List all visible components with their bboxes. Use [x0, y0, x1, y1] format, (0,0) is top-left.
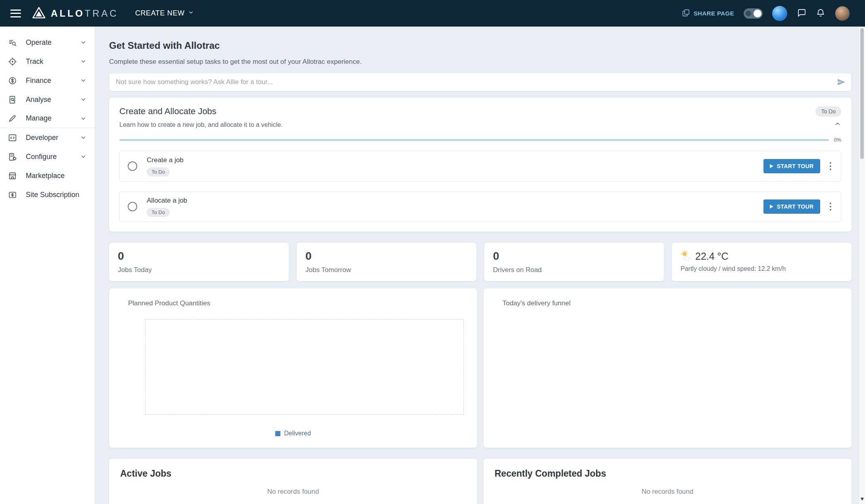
sidebar-item-label: Finance	[26, 77, 51, 85]
sidebar-item-manage[interactable]: Manage	[0, 109, 94, 128]
create-new-button[interactable]: CREATE NEW	[135, 9, 194, 17]
sidebar-item-site-subscription[interactable]: Site Subscription	[0, 185, 94, 204]
stat-value: 0	[305, 250, 468, 263]
stat-label: Jobs Tomorrow	[305, 266, 468, 274]
chat-button[interactable]	[797, 8, 806, 19]
legend-label: Delivered	[284, 430, 311, 437]
setup-card-title: Create and Allocate Jobs	[119, 106, 217, 117]
task-row-allocate-a-job: Allocate a job To Do START TOUR	[119, 191, 841, 222]
task-row-create-a-job: Create a job To Do START TOUR	[119, 151, 841, 182]
setup-card-subtitle: Learn how to create a new job, and alloc…	[119, 121, 283, 128]
sidebar-item-label: Site Subscription	[26, 191, 79, 199]
delivery-funnel-chart: Today's delivery funnel	[483, 288, 852, 448]
task-title: Create a job	[147, 156, 184, 164]
task-checkbox[interactable]	[128, 161, 137, 171]
weather-description: Partly cloudy / wind speed: 12.2 km/h	[681, 265, 843, 272]
menu-icon[interactable]	[10, 10, 21, 17]
start-tour-button[interactable]: START TOUR	[763, 159, 820, 173]
scroll-down-arrow-icon[interactable]	[861, 498, 864, 501]
toggle-off-dot	[746, 11, 751, 16]
stats-row: 0 Jobs Today 0 Jobs Tomorrow 0 Drivers o…	[109, 243, 852, 281]
stat-value: 0	[493, 250, 655, 263]
page-gear-icon	[8, 152, 17, 161]
document-search-icon	[8, 95, 17, 104]
share-page-button[interactable]: SHARE PAGE	[682, 9, 734, 18]
task-checkbox[interactable]	[128, 202, 137, 211]
stat-jobs-today: 0 Jobs Today	[109, 243, 289, 281]
theme-toggle[interactable]	[744, 8, 763, 19]
status-badge: To Do	[815, 106, 841, 117]
ask-allie-bar	[109, 73, 852, 91]
page-subtitle: Complete these essential setup tasks to …	[109, 58, 852, 66]
navbar-actions: SHARE PAGE	[682, 6, 855, 21]
sidebar-item-marketplace[interactable]: Marketplace	[0, 166, 94, 185]
task-title: Allocate a job	[147, 197, 187, 205]
legend-swatch-delivered	[275, 431, 280, 436]
charts-row: Planned Product Quantities Delivered Tod…	[109, 288, 852, 448]
sidebar-item-label: Manage	[26, 114, 52, 123]
sidebar-item-operate[interactable]: Operate	[0, 33, 94, 52]
page-title: Get Started with Allotrac	[109, 40, 852, 51]
sidebar-item-configure[interactable]: Configure	[0, 147, 94, 166]
brand-text: ALLOTRAC	[51, 8, 119, 19]
progress-row: 0%	[119, 137, 841, 143]
table-title: Active Jobs	[120, 468, 466, 479]
toggle-knob	[754, 10, 761, 17]
chevron-down-icon	[80, 77, 86, 84]
chevron-up-icon	[834, 121, 841, 129]
list-search-icon	[8, 38, 17, 47]
chevron-down-icon	[80, 134, 86, 141]
bell-icon	[816, 8, 825, 19]
chevron-down-icon	[80, 39, 86, 46]
allie-assistant-avatar[interactable]	[772, 6, 787, 21]
card-dollar-icon	[8, 190, 17, 199]
setup-card: Create and Allocate Jobs To Do Learn how…	[109, 98, 852, 232]
active-jobs-card: Active Jobs No records found	[109, 459, 477, 504]
play-icon	[770, 205, 773, 209]
chevron-down-icon	[80, 96, 86, 103]
sidebar-item-developer[interactable]: Developer	[0, 128, 94, 147]
send-button[interactable]	[836, 77, 846, 88]
table-title: Recently Completed Jobs	[495, 468, 840, 479]
vertical-scrollbar[interactable]	[859, 27, 865, 504]
storefront-icon	[8, 171, 17, 180]
stat-label: Drivers on Road	[493, 266, 655, 274]
allotrac-triangle-icon	[32, 7, 46, 20]
stat-drivers-on-road: 0 Drivers on Road	[484, 243, 664, 281]
stat-label: Jobs Today	[118, 266, 280, 274]
sidebar-item-analyse[interactable]: Analyse	[0, 90, 94, 109]
status-badge: To Do	[147, 167, 170, 176]
top-navbar: ALLOTRAC CREATE NEW SHARE PAGE	[0, 0, 865, 27]
progress-bar	[119, 139, 829, 141]
chevron-down-icon	[80, 115, 86, 122]
user-avatar[interactable]	[835, 6, 850, 21]
ask-allie-input[interactable]	[109, 73, 852, 91]
send-icon	[836, 82, 846, 88]
empty-state-text: No records found	[495, 488, 840, 496]
weather-card: 22.4 °C Partly cloudy / wind speed: 12.2…	[672, 243, 852, 281]
tables-row: Active Jobs No records found Recently Co…	[109, 459, 852, 504]
chevron-down-icon	[188, 9, 194, 17]
empty-state-text: No records found	[120, 488, 466, 496]
notifications-button[interactable]	[816, 8, 825, 19]
kebab-menu-button[interactable]	[827, 159, 835, 174]
sidebar-item-label: Configure	[26, 153, 57, 161]
sidebar-item-finance[interactable]: Finance	[0, 71, 94, 90]
status-badge: To Do	[147, 208, 170, 217]
start-tour-button[interactable]: START TOUR	[763, 199, 820, 214]
chevron-down-icon	[80, 58, 86, 65]
weather-temperature: 22.4 °C	[695, 251, 729, 262]
collapse-button[interactable]	[834, 121, 841, 129]
sidebar-item-track[interactable]: Track	[0, 52, 94, 71]
sidebar-item-label: Operate	[26, 38, 52, 47]
copy-icon	[682, 9, 690, 18]
code-icon	[8, 133, 17, 142]
play-icon	[770, 164, 773, 168]
chart-legend[interactable]: Delivered	[109, 430, 477, 437]
allotrac-logo[interactable]: ALLOTRAC	[32, 7, 119, 20]
scrollbar-thumb[interactable]	[860, 28, 864, 159]
kebab-menu-button[interactable]	[827, 199, 835, 214]
sidebar: Operate Track Finance	[0, 27, 94, 504]
chart-title: Planned Product Quantities	[128, 299, 477, 307]
sidebar-item-label: Developer	[26, 134, 58, 142]
